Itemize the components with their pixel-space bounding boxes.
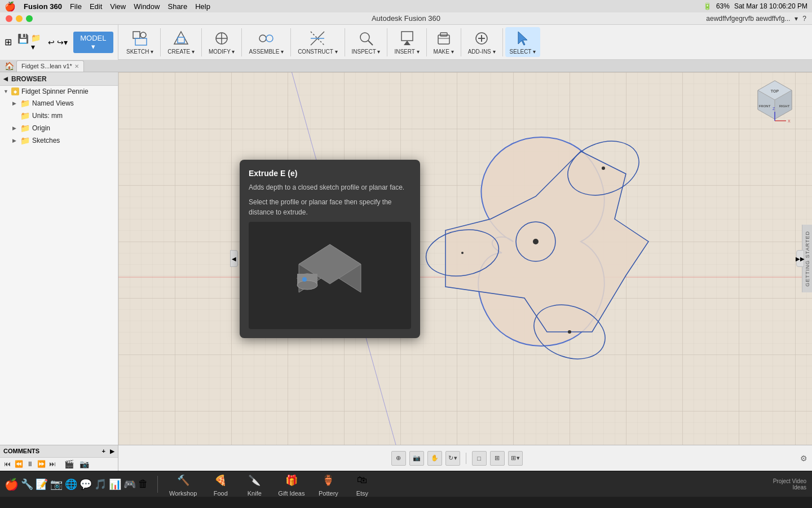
browser-item-sketches-label: Sketches xyxy=(32,137,60,144)
active-tab[interactable]: Fidget S...lean v1* ✕ xyxy=(16,60,84,72)
getting-started-label: GETTING STARTED xyxy=(805,231,810,287)
clock: Sat Mar 18 10:06:20 PM xyxy=(734,2,807,10)
grid-options-icon[interactable]: ⊞ ▾ xyxy=(508,451,523,466)
orbit-icon[interactable]: 📷 xyxy=(409,451,424,466)
view-cube[interactable]: TOP FRONT RIGHT X Z xyxy=(752,78,797,123)
svg-rect-18 xyxy=(440,33,447,36)
skip-start-button[interactable]: ⏮ xyxy=(3,460,11,468)
redo-icon[interactable]: ↪▾ xyxy=(57,38,68,47)
account-dropdown-icon[interactable]: ▾ xyxy=(795,15,798,23)
settings-icon[interactable]: ⚙ xyxy=(800,454,807,463)
menu-help[interactable]: Help xyxy=(195,2,210,11)
folder-icon[interactable]: 📁▾ xyxy=(31,33,42,51)
save-icon[interactable]: 💾 xyxy=(17,33,29,51)
sep2 xyxy=(201,28,202,56)
insert-group[interactable]: INSERT ▾ xyxy=(390,27,423,57)
sep7 xyxy=(426,28,427,56)
dock-icon-8[interactable]: 📊 xyxy=(109,478,121,491)
select-group[interactable]: SELECT ▾ xyxy=(505,27,541,57)
zoom-fit-icon[interactable]: ↻ ▾ xyxy=(445,451,460,466)
add-comment-button[interactable]: + xyxy=(102,448,105,454)
sep5 xyxy=(345,28,345,56)
create-group[interactable]: CREATE ▾ xyxy=(163,27,199,57)
close-button[interactable] xyxy=(6,15,12,22)
menu-edit[interactable]: Edit xyxy=(90,2,102,11)
skip-end-button[interactable]: ⏭ xyxy=(48,460,56,468)
tab-close-icon[interactable]: ✕ xyxy=(74,63,79,69)
window-title: Autodesk Fusion 360 xyxy=(372,14,440,23)
taskbar-right: Project Video Ideas xyxy=(773,478,812,491)
units-folder-icon: 📁 xyxy=(20,111,30,120)
comments-collapse-icon[interactable]: ▶ xyxy=(110,448,114,454)
dock-icon-7[interactable]: 🎵 xyxy=(94,478,107,491)
browser-item-named-views-label: Named Views xyxy=(32,99,74,107)
dock-icon-9[interactable]: 🎮 xyxy=(123,478,136,491)
svg-text:TOP: TOP xyxy=(771,89,779,93)
browser-arrow-icon[interactable]: ◀ xyxy=(3,76,8,82)
home-icon[interactable]: 🏠 xyxy=(5,62,14,71)
play-pause-button[interactable]: ⏸ xyxy=(26,460,34,468)
svg-point-9 xyxy=(266,35,273,42)
inspect-group[interactable]: INSPECT ▾ xyxy=(347,27,385,57)
taskbar-item-food[interactable]: 🍕 Food xyxy=(204,471,237,498)
dock-icon-6[interactable]: 💬 xyxy=(80,478,92,491)
undo-icon[interactable]: ↩ xyxy=(48,38,55,47)
dock-icon-10[interactable]: 🗑 xyxy=(138,478,148,490)
dock-icon-2[interactable]: 🔧 xyxy=(21,478,33,491)
construct-group[interactable]: CONSTRUCT ▾ xyxy=(293,27,342,57)
make-group[interactable]: MAKE ▾ xyxy=(429,27,458,57)
taskbar-item-etsy[interactable]: 🛍 Etsy xyxy=(345,471,379,498)
comments-title: COMMENTS xyxy=(3,448,39,454)
origin-arrow-icon: ▶ xyxy=(12,125,18,131)
zoom-dropdown-icon: ▾ xyxy=(454,454,457,462)
tab-bar: 🏠 Fidget S...lean v1* ✕ xyxy=(0,60,812,72)
toolbar-left: ⊞ 💾 📁▾ ↩ ↪▾ MODEL ▾ xyxy=(0,25,118,60)
grid-icon[interactable]: ⊞ xyxy=(5,37,12,47)
canvas-area[interactable]: Extrude E (e) Adds depth to a closed ske… xyxy=(118,72,812,445)
taskbar-item-gift-ideas[interactable]: 🎁 Gift Ideas xyxy=(271,471,311,498)
sidebar-collapse-button[interactable]: ◀ xyxy=(230,250,238,267)
tree-item-origin[interactable]: ▶ 📁 Origin xyxy=(0,122,118,134)
modify-icon xyxy=(213,29,231,47)
menu-window[interactable]: Window xyxy=(134,2,160,11)
addins-group[interactable]: ADD-INS ▾ xyxy=(464,27,500,57)
svg-marker-16 xyxy=(404,41,411,45)
tree-item-units[interactable]: ▶ 📁 Units: mm xyxy=(0,110,118,122)
apple-menu[interactable]: 🍎 xyxy=(5,1,16,12)
dock-icon-4[interactable]: 📷 xyxy=(50,478,63,491)
pan-icon[interactable]: ✋ xyxy=(427,451,442,466)
grid-display-icon[interactable]: ⊞ xyxy=(490,451,505,466)
dock-icon-3[interactable]: 📝 xyxy=(36,478,48,491)
tree-item-named-views[interactable]: ▶ 📁 Named Views xyxy=(0,97,118,110)
tree-item-sketches[interactable]: ▶ 📁 Sketches xyxy=(0,134,118,147)
assemble-group[interactable]: ASSEMBLE ▾ xyxy=(244,27,288,57)
tab-label: Fidget S...lean v1* xyxy=(21,63,72,69)
camera-icon[interactable]: 📷 xyxy=(80,459,89,468)
maximize-button[interactable] xyxy=(26,15,33,22)
taskbar-item-pottery[interactable]: 🏺 Pottery xyxy=(311,471,345,498)
taskbar-item-workshop[interactable]: 🔨 Workshop xyxy=(162,471,204,498)
menu-file[interactable]: File xyxy=(70,2,82,11)
storyboard-icon[interactable]: 🎬 xyxy=(64,459,74,468)
minimize-button[interactable] xyxy=(16,15,23,22)
sketch-group[interactable]: SKETCH ▾ xyxy=(122,27,158,57)
make-label: MAKE ▾ xyxy=(434,49,454,55)
step-forward-button[interactable]: ⏩ xyxy=(37,460,45,468)
menu-view[interactable]: View xyxy=(110,2,126,11)
dock-icon-1[interactable]: 🍎 xyxy=(5,478,19,491)
right-collapse-button[interactable]: ▶▶ xyxy=(796,250,804,267)
display-mode-icon[interactable]: □ xyxy=(472,451,487,466)
tree-item-root[interactable]: ▼ ◆ Fidget Spinner Pennie xyxy=(0,86,118,97)
svg-point-13 xyxy=(360,33,369,42)
dock-icon-5[interactable]: 🌐 xyxy=(65,478,77,491)
step-back-button[interactable]: ⏪ xyxy=(15,460,23,468)
model-mode-button[interactable]: MODEL ▾ xyxy=(73,32,113,53)
modify-group[interactable]: MODIFY ▾ xyxy=(204,27,239,57)
move-icon[interactable]: ⊕ xyxy=(391,451,406,466)
project-video-label2: Ideas xyxy=(793,484,806,491)
taskbar-item-knife[interactable]: 🔪 Knife xyxy=(237,471,271,498)
help-icon[interactable]: ? xyxy=(802,15,806,23)
svg-point-42 xyxy=(302,277,307,282)
menu-share[interactable]: Share xyxy=(167,2,187,11)
sep8 xyxy=(461,28,461,56)
